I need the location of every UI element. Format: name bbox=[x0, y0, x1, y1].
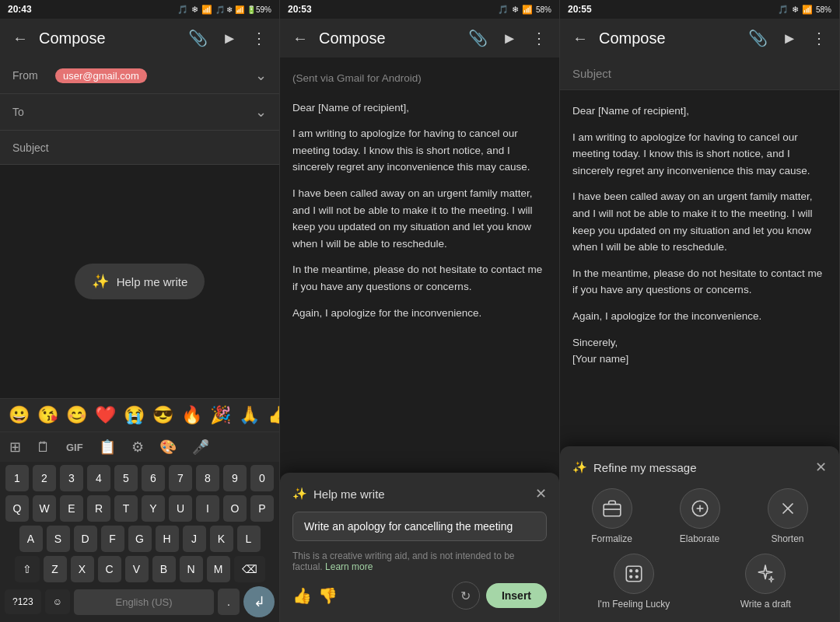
key-s[interactable]: S bbox=[47, 526, 70, 552]
key-k[interactable]: K bbox=[210, 526, 233, 552]
refresh-button[interactable]: ↻ bbox=[452, 582, 480, 610]
emoji-fire[interactable]: 🔥 bbox=[179, 404, 205, 427]
keyboard-toolbar: ⊞ 🗒 GIF 📋 ⚙ 🎨 🎤 bbox=[0, 432, 279, 462]
from-email[interactable]: user@gmail.com bbox=[55, 68, 147, 83]
key-p[interactable]: P bbox=[250, 495, 274, 522]
emoji-cool[interactable]: 😎 bbox=[150, 404, 176, 427]
bluetooth-icon-3: ❄ bbox=[792, 5, 799, 15]
panel-refine: 20:55 🎵 ❄ 📶 58% ← Compose 📎 ► ⋮ Subject … bbox=[560, 0, 840, 622]
thumbs-down-button[interactable]: 👎 bbox=[318, 586, 338, 605]
subject-field-3[interactable]: Subject bbox=[560, 58, 839, 90]
emoji-pray[interactable]: 🙏 bbox=[236, 404, 262, 427]
key-q[interactable]: Q bbox=[5, 495, 29, 522]
key-g[interactable]: G bbox=[128, 526, 152, 552]
key-period[interactable]: . bbox=[218, 589, 240, 615]
send-icon-1[interactable]: ► bbox=[219, 26, 240, 51]
key-n[interactable]: N bbox=[180, 556, 203, 582]
key-m[interactable]: M bbox=[207, 556, 230, 582]
help-prompt-input[interactable] bbox=[292, 512, 547, 541]
key-c[interactable]: C bbox=[98, 556, 121, 582]
kb-row-asdf: A S D F G H J K L bbox=[2, 526, 278, 552]
key-backspace[interactable]: ⌫ bbox=[234, 556, 265, 582]
key-9[interactable]: 9 bbox=[223, 465, 247, 491]
panel-help-write: 20:53 🎵 ❄ 📶 58% ← Compose 📎 ► ⋮ (Sent vi… bbox=[280, 0, 560, 622]
compose-body-1: ✨ Help me write bbox=[0, 165, 279, 398]
key-o[interactable]: O bbox=[223, 495, 247, 522]
key-h[interactable]: H bbox=[156, 526, 179, 552]
more-icon-2[interactable]: ⋮ bbox=[528, 26, 550, 51]
key-0[interactable]: 0 bbox=[250, 465, 274, 491]
refine-elaborate[interactable]: Elaborate bbox=[660, 488, 739, 544]
emoji-grin[interactable]: 😀 bbox=[6, 404, 32, 427]
key-e[interactable]: E bbox=[60, 495, 83, 522]
key-z[interactable]: Z bbox=[44, 556, 67, 582]
emoji-thumbsup[interactable]: 👍 bbox=[265, 404, 280, 427]
refine-formalize[interactable]: Formalize bbox=[572, 488, 651, 544]
refine-draft[interactable]: Write a draft bbox=[705, 554, 828, 610]
key-space[interactable]: English (US) bbox=[74, 589, 214, 615]
modal-close-button[interactable]: ✕ bbox=[535, 485, 547, 502]
insert-button[interactable]: Insert bbox=[486, 583, 547, 608]
key-2[interactable]: 2 bbox=[33, 465, 56, 491]
key-l[interactable]: L bbox=[237, 526, 261, 552]
send-icon-2[interactable]: ► bbox=[499, 26, 520, 51]
back-button-3[interactable]: ← bbox=[569, 26, 591, 51]
key-b[interactable]: B bbox=[152, 556, 176, 582]
attach-icon-1[interactable]: 📎 bbox=[185, 26, 211, 51]
to-chevron-icon[interactable]: ⌄ bbox=[255, 103, 267, 121]
theme-icon[interactable]: 🎨 bbox=[156, 435, 180, 459]
to-row[interactable]: To ⌄ bbox=[0, 94, 279, 131]
key-5[interactable]: 5 bbox=[114, 465, 138, 491]
modal-title-text: Help me write bbox=[313, 487, 385, 501]
key-u[interactable]: U bbox=[169, 495, 192, 522]
key-f[interactable]: F bbox=[101, 526, 124, 552]
key-d[interactable]: D bbox=[74, 526, 97, 552]
mic-icon[interactable]: 🎤 bbox=[189, 435, 212, 459]
help-write-button[interactable]: ✨ Help me write bbox=[75, 264, 205, 299]
gif-icon[interactable]: GIF bbox=[63, 439, 86, 456]
key-numbers[interactable]: ?123 bbox=[5, 589, 41, 614]
emoji-party[interactable]: 🎉 bbox=[208, 404, 233, 427]
key-v[interactable]: V bbox=[125, 556, 149, 582]
refine-lucky[interactable]: I'm Feeling Lucky bbox=[572, 554, 695, 610]
from-chevron-icon[interactable]: ⌄ bbox=[255, 67, 267, 84]
key-shift[interactable]: ⇧ bbox=[15, 556, 40, 582]
key-r[interactable]: R bbox=[87, 495, 110, 522]
back-button-2[interactable]: ← bbox=[289, 26, 311, 51]
emoji-smile[interactable]: 😊 bbox=[64, 404, 89, 427]
key-t[interactable]: T bbox=[114, 495, 138, 522]
key-7[interactable]: 7 bbox=[169, 465, 192, 491]
learn-more-link[interactable]: Learn more bbox=[325, 561, 373, 572]
key-x[interactable]: X bbox=[71, 556, 94, 582]
key-enter[interactable]: ↲ bbox=[243, 586, 275, 617]
key-i[interactable]: I bbox=[196, 495, 219, 522]
clipboard-icon[interactable]: 📋 bbox=[96, 435, 119, 459]
refine-shorten[interactable]: Shorten bbox=[748, 488, 827, 544]
key-y[interactable]: Y bbox=[142, 495, 165, 522]
attach-icon-2[interactable]: 📎 bbox=[465, 26, 491, 51]
back-button-1[interactable]: ← bbox=[9, 26, 31, 51]
sticker-icon[interactable]: 🗒 bbox=[33, 436, 54, 459]
refine-close-button[interactable]: ✕ bbox=[815, 459, 827, 476]
grid-icon[interactable]: ⊞ bbox=[6, 435, 24, 459]
emoji-kiss[interactable]: 😘 bbox=[35, 404, 61, 427]
send-icon-3[interactable]: ► bbox=[779, 26, 800, 51]
attach-icon-3[interactable]: 📎 bbox=[745, 26, 771, 51]
emoji-cry[interactable]: 😭 bbox=[121, 404, 147, 427]
key-j[interactable]: J bbox=[183, 526, 206, 552]
thumbs-up-button[interactable]: 👍 bbox=[292, 586, 312, 605]
key-3[interactable]: 3 bbox=[60, 465, 83, 491]
key-w[interactable]: W bbox=[33, 495, 56, 522]
key-1[interactable]: 1 bbox=[5, 465, 29, 491]
settings-icon[interactable]: ⚙ bbox=[128, 435, 147, 459]
more-icon-1[interactable]: ⋮ bbox=[248, 26, 270, 51]
key-8[interactable]: 8 bbox=[196, 465, 219, 491]
key-emoji[interactable]: ☺ bbox=[45, 589, 70, 614]
more-icon-3[interactable]: ⋮ bbox=[808, 26, 830, 51]
key-a[interactable]: A bbox=[19, 526, 43, 552]
refine-sparkle-icon: ✨ bbox=[572, 460, 587, 474]
emoji-heart[interactable]: ❤️ bbox=[93, 404, 118, 427]
key-6[interactable]: 6 bbox=[142, 465, 165, 491]
key-4[interactable]: 4 bbox=[87, 465, 110, 491]
subject-row[interactable]: Subject bbox=[0, 131, 279, 165]
